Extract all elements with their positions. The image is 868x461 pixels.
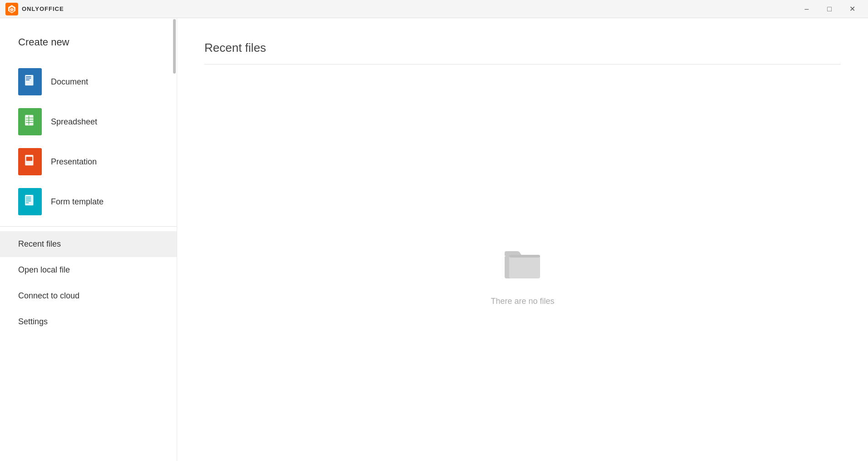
form-template-icon <box>23 195 37 208</box>
svg-rect-16 <box>26 203 29 203</box>
minimize-button[interactable]: – <box>796 2 817 16</box>
form-template-file-icon <box>18 188 42 215</box>
create-document-button[interactable]: Document <box>0 62 177 102</box>
svg-rect-4 <box>26 79 30 80</box>
spreadsheet-file-icon <box>18 108 42 135</box>
svg-rect-13 <box>26 197 31 198</box>
sidebar: Create new Document <box>0 18 177 461</box>
document-file-icon <box>18 68 42 95</box>
svg-rect-12 <box>25 195 33 205</box>
create-new-title: Create new <box>0 18 177 62</box>
presentation-label: Presentation <box>51 157 97 167</box>
sidebar-divider <box>0 226 177 227</box>
window-controls: – □ ✕ <box>796 2 863 16</box>
empty-state-message: There are no files <box>491 297 554 306</box>
titlebar: ONLYOFFICE – □ ✕ <box>0 0 868 18</box>
svg-rect-18 <box>509 255 540 278</box>
empty-state: There are no files <box>204 83 841 438</box>
restore-button[interactable]: □ <box>819 2 840 16</box>
content-divider <box>204 64 841 64</box>
app-name: ONLYOFFICE <box>22 5 64 12</box>
close-button[interactable]: ✕ <box>842 2 863 16</box>
svg-rect-15 <box>26 201 31 202</box>
app-logo: ONLYOFFICE <box>5 3 64 15</box>
form-template-label: Form template <box>51 197 104 207</box>
presentation-icon <box>23 155 37 169</box>
onlyoffice-logo-icon <box>5 3 18 15</box>
create-form-template-button[interactable]: Form template <box>0 182 177 222</box>
svg-rect-3 <box>26 78 31 79</box>
sidebar-item-settings[interactable]: Settings <box>0 309 177 335</box>
document-label: Document <box>51 77 88 87</box>
create-spreadsheet-button[interactable]: Spreadsheet <box>0 102 177 142</box>
scrollbar-thumb[interactable] <box>173 19 176 74</box>
sidebar-scrollbar[interactable] <box>173 18 177 461</box>
presentation-file-icon <box>18 148 42 175</box>
content-area: Recent files There are no files <box>177 18 868 461</box>
sidebar-item-recent-files[interactable]: Recent files <box>0 231 177 257</box>
create-presentation-button[interactable]: Presentation <box>0 142 177 182</box>
svg-rect-11 <box>26 157 32 161</box>
svg-rect-14 <box>26 198 31 199</box>
sidebar-item-open-local-file[interactable]: Open local file <box>0 257 177 283</box>
document-icon <box>23 75 37 89</box>
content-title: Recent files <box>204 41 841 55</box>
spreadsheet-label: Spreadsheet <box>51 117 97 127</box>
spreadsheet-icon <box>23 115 37 129</box>
main-area: Create new Document <box>0 18 868 461</box>
empty-folder-icon <box>500 242 546 288</box>
svg-rect-2 <box>26 76 31 77</box>
app-window: ONLYOFFICE – □ ✕ Create new <box>0 0 868 461</box>
svg-rect-19 <box>509 255 540 258</box>
sidebar-item-connect-to-cloud[interactable]: Connect to cloud <box>0 283 177 309</box>
